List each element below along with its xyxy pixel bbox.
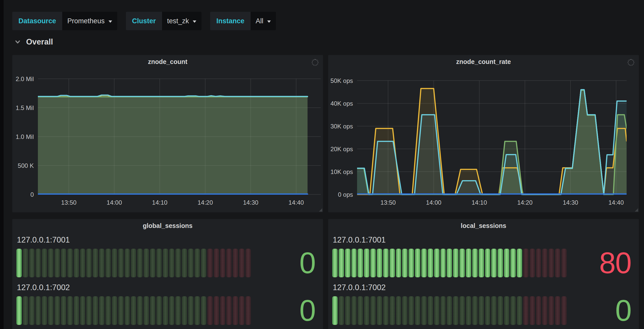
gauge-cell xyxy=(80,249,85,277)
y-axis-tick-label: 1.5 Mil xyxy=(16,104,34,111)
variables-toolbar: Datasource Prometheus Cluster test_zk In… xyxy=(12,12,276,30)
gauge-row: 80 xyxy=(332,249,635,277)
gauge-cell xyxy=(156,296,162,325)
gauge-cell xyxy=(339,296,344,325)
x-axis-tick-label: 14:20 xyxy=(198,199,213,206)
gauge-cell xyxy=(491,296,497,325)
gauge-cell xyxy=(182,249,187,277)
x-axis-tick-label: 14:40 xyxy=(288,199,304,206)
gauge-cell xyxy=(42,249,47,277)
gauge-cell xyxy=(226,296,232,325)
chart-canvas-znode-count-rate[interactable]: 0 ops10K ops20K ops30K ops40K ops50K ops… xyxy=(328,55,639,212)
gauge-cell xyxy=(377,296,382,325)
variable-instance-dropdown[interactable]: All xyxy=(251,12,276,30)
gauge-cell xyxy=(351,249,357,277)
gauge-cell xyxy=(453,249,458,277)
panel-resize-handle[interactable] xyxy=(319,208,322,212)
gauge-cell xyxy=(409,249,414,277)
gauge-cell xyxy=(131,296,136,325)
variable-instance: Instance All xyxy=(210,12,276,30)
gauge-cell xyxy=(245,296,251,325)
gauge-cell xyxy=(144,296,149,325)
gauge-cell xyxy=(156,249,162,277)
gauge-cell xyxy=(48,296,53,325)
gauge-cell xyxy=(226,249,232,277)
panel-title[interactable]: znode_count xyxy=(12,58,323,65)
gauge-cell xyxy=(220,296,226,325)
x-axis-tick-label: 14:10 xyxy=(471,199,487,206)
y-axis-tick-label: 10K ops xyxy=(330,168,353,175)
y-axis-tick-label: 0 ops xyxy=(338,191,353,198)
gauge-cell xyxy=(504,296,509,325)
panel-title[interactable]: znode_count_rate xyxy=(328,58,639,65)
gauge-row-label: 127.0.0.1:7001 xyxy=(17,235,319,245)
chevron-down-icon xyxy=(267,20,271,23)
series-area-znode_count_a xyxy=(38,95,308,194)
gauge-cell xyxy=(409,296,414,325)
gauge-cell xyxy=(36,296,41,325)
gauge-cell xyxy=(201,249,206,277)
gauge-cell xyxy=(453,296,458,325)
gauge-cell xyxy=(105,249,111,277)
row-overall-toggle[interactable]: Overall xyxy=(14,37,53,47)
gauge-cell xyxy=(112,296,117,325)
x-axis-tick-label: 14:10 xyxy=(152,199,167,206)
x-axis-tick-label: 14:30 xyxy=(243,199,258,206)
section-title: Overall xyxy=(26,37,53,47)
gauge-cell xyxy=(396,296,401,325)
gauge-cell xyxy=(561,296,567,325)
gauge-cell xyxy=(428,249,433,277)
gauge-cell xyxy=(485,249,490,277)
gauge-cell xyxy=(428,296,433,325)
gauge-value: 0 xyxy=(251,249,319,277)
gauge-cell xyxy=(214,249,219,277)
gauge-cell xyxy=(163,296,168,325)
gauge-cell xyxy=(80,296,85,325)
chart-canvas-znode-count[interactable]: 0500 K1.0 Mil1.5 Mil2.0 Mil13:5014:0014:… xyxy=(12,55,323,212)
gauge-cell xyxy=(421,296,427,325)
gauge-cell xyxy=(86,296,92,325)
gauge-cell xyxy=(220,249,226,277)
gauge-cell xyxy=(29,249,35,277)
gauge-cell xyxy=(447,296,452,325)
gauge-cell xyxy=(510,249,516,277)
gauge-cell xyxy=(523,249,529,277)
gauge-row-label: 127.0.0.1:7002 xyxy=(17,282,319,293)
variable-cluster: Cluster test_zk xyxy=(126,12,202,30)
panel-title[interactable]: global_sessions xyxy=(12,222,323,229)
gauge-cell xyxy=(530,249,535,277)
panel-resize-handle[interactable] xyxy=(635,208,638,212)
loading-spinner-icon xyxy=(628,59,634,66)
variable-datasource: Datasource Prometheus xyxy=(12,12,117,30)
variable-datasource-dropdown[interactable]: Prometheus xyxy=(62,12,117,30)
gauge-cell xyxy=(99,296,104,325)
led-bar-gauge xyxy=(332,249,567,277)
y-axis-tick-label: 50K ops xyxy=(330,77,353,84)
y-axis-tick-label: 1.0 Mil xyxy=(16,133,34,140)
gauge-cell xyxy=(16,249,22,277)
gauge-value: 80 xyxy=(567,249,635,277)
gauge-cell xyxy=(358,249,363,277)
gauge-cell xyxy=(245,249,251,277)
gauge-cell xyxy=(479,249,484,277)
gauge-cell xyxy=(207,296,213,325)
gauge-cell xyxy=(16,296,22,325)
gauge-cell xyxy=(67,296,73,325)
gauge-cell xyxy=(472,296,478,325)
gauge-cell xyxy=(441,296,446,325)
gauge-cell xyxy=(195,249,200,277)
gauge-cell xyxy=(61,296,66,325)
gauge-cell xyxy=(396,249,401,277)
panel-title[interactable]: local_sessions xyxy=(328,222,639,229)
x-axis-tick-label: 14:00 xyxy=(426,199,441,206)
chevron-down-icon xyxy=(193,20,196,23)
gauge-cell xyxy=(169,296,175,325)
series-line-znode_count_a xyxy=(38,95,308,96)
gauge-cell xyxy=(74,296,79,325)
gauge-value: 0 xyxy=(567,296,635,325)
x-axis-tick-label: 14:20 xyxy=(517,199,533,206)
variable-label: Datasource xyxy=(12,12,62,30)
variable-cluster-dropdown[interactable]: test_zk xyxy=(162,12,202,30)
gauge-cell xyxy=(504,249,509,277)
x-axis-tick-label: 14:00 xyxy=(106,199,122,206)
